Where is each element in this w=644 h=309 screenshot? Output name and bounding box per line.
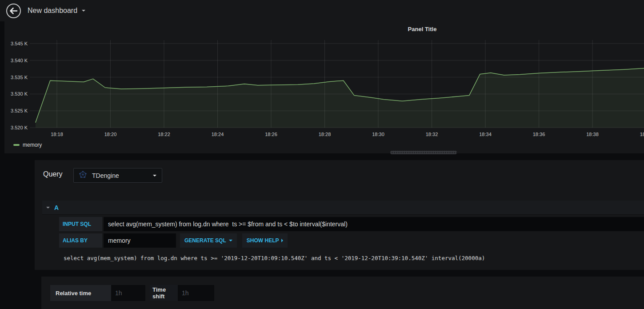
- time-shift-label: Time shift: [150, 285, 178, 301]
- time-shift-field[interactable]: [178, 285, 214, 301]
- tdengine-icon: [79, 171, 87, 180]
- memory-timeseries-chart: 3.545 K3.540 K3.535 K3.530 K3.525 K3.520…: [4, 21, 644, 153]
- x-axis-tick-label: 18:38: [586, 132, 599, 137]
- generate-sql-button[interactable]: GENERATE SQL: [180, 233, 237, 248]
- chevron-right-icon: [281, 239, 283, 242]
- y-axis-tick-label: 3.530 K: [11, 91, 28, 96]
- x-axis-tick-label: 18:24: [212, 132, 224, 137]
- x-axis-tick-label: 18:34: [479, 132, 492, 137]
- show-help-label: SHOW HELP: [247, 237, 279, 244]
- time-options-row: Relative time Time shift: [50, 285, 214, 301]
- input-sql-label: INPUT SQL: [59, 217, 102, 231]
- chevron-down-icon: [82, 10, 85, 12]
- datasource-picker[interactable]: TDengine: [73, 168, 162, 183]
- y-axis-tick-label: 3.545 K: [11, 41, 28, 46]
- x-axis-tick-label: 18:26: [265, 132, 277, 137]
- graph-panel: Panel Title 3.545 K3.540 K3.535 K3.530 K…: [4, 21, 644, 153]
- y-axis-tick-label: 3.520 K: [11, 125, 28, 130]
- legend-item-memory[interactable]: memory: [13, 142, 42, 148]
- back-button[interactable]: [6, 3, 21, 19]
- x-axis-tick-label: 18:40: [640, 132, 644, 137]
- legend-color-dash: [13, 144, 20, 146]
- show-help-button[interactable]: SHOW HELP: [242, 233, 288, 248]
- y-axis-tick-label: 3.540 K: [11, 58, 28, 63]
- panel-editor-tabs: [0, 160, 33, 309]
- relative-time-field[interactable]: [111, 285, 145, 301]
- collapse-caret-icon: [46, 207, 50, 209]
- x-axis-tick-label: 18:36: [533, 132, 545, 137]
- x-axis-tick-label: 18:22: [158, 132, 170, 137]
- query-section-title: Query: [43, 170, 63, 178]
- query-row-header[interactable]: A: [42, 201, 644, 215]
- x-axis-tick-label: 18:32: [426, 132, 438, 137]
- datasource-name: TDengine: [92, 172, 153, 179]
- alias-by-label: ALIAS BY: [59, 233, 102, 248]
- dashboard-title-menu[interactable]: New dashboard: [28, 7, 85, 15]
- x-axis-tick-label: 18:20: [104, 132, 117, 137]
- generated-sql-preview: select avg(mem_system) from log.dn where…: [64, 255, 640, 261]
- time-options-section: Relative time Time shift: [41, 277, 644, 309]
- y-axis-tick-label: 3.535 K: [11, 75, 28, 80]
- x-axis-tick-label: 18:18: [51, 132, 63, 137]
- arrow-left-icon: [6, 12, 21, 20]
- x-axis-tick-label: 18:28: [319, 132, 331, 137]
- generate-sql-label: GENERATE SQL: [184, 237, 226, 244]
- legend-label: memory: [23, 142, 42, 148]
- panel-resize-handle[interactable]: [390, 151, 457, 154]
- query-section: Query TDengine A INPUT SQL ALIAS BY: [35, 160, 644, 270]
- y-axis-tick-label: 3.525 K: [11, 108, 28, 113]
- top-navbar: New dashboard: [0, 0, 644, 21]
- x-axis-tick-label: 18:30: [372, 132, 384, 137]
- query-ref-id: A: [54, 204, 59, 211]
- relative-time-label: Relative time: [50, 285, 111, 301]
- input-sql-row: INPUT SQL: [59, 217, 644, 231]
- input-sql-field[interactable]: [104, 217, 644, 231]
- alias-by-row: ALIAS BY GENERATE SQL SHOW HELP: [59, 233, 644, 248]
- chevron-down-icon: [153, 175, 156, 177]
- spacer: [145, 285, 150, 301]
- chevron-down-icon: [229, 240, 232, 241]
- dashboard-title: New dashboard: [28, 7, 77, 15]
- alias-by-field[interactable]: [104, 233, 176, 248]
